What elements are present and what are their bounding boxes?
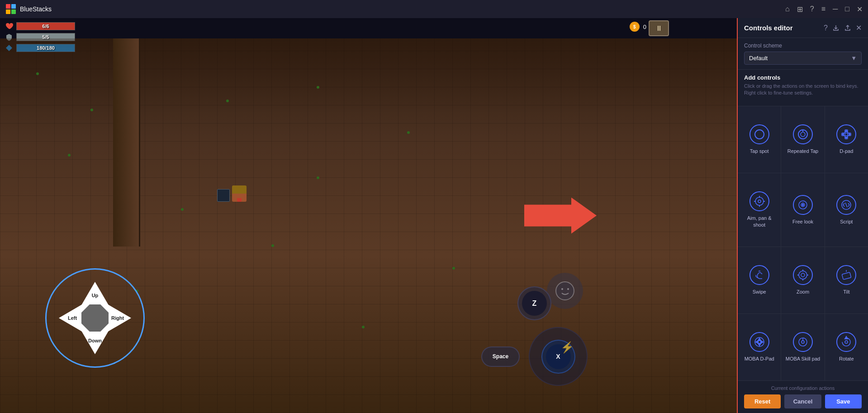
title-bar-controls: ⌂ ⊞ ? ≡ ─ □ ✕ <box>785 5 863 14</box>
tap-spot-label: Tap spot <box>750 148 769 154</box>
dpad-control-label: D-pad <box>840 148 853 154</box>
current-config-label: Current configuration actions <box>744 385 862 391</box>
add-controls-description: Click or drag the actions on the screen … <box>744 83 862 97</box>
grass-decoration <box>36 72 39 75</box>
lightning-icon: ⚡ <box>560 341 574 354</box>
dpad-outer-circle: Up Down Left Right <box>45 268 145 368</box>
cancel-button[interactable]: Cancel <box>784 394 821 408</box>
repeated-tap-label: Repeated Tap <box>787 148 818 154</box>
script-icon <box>836 195 856 215</box>
svg-line-28 <box>845 203 847 207</box>
home-icon[interactable]: ⌂ <box>785 5 790 13</box>
moba-dpad-label: MOBA D-Pad <box>745 356 774 362</box>
svg-point-30 <box>801 273 805 277</box>
z-action-button[interactable]: Z <box>517 286 551 320</box>
aim-pan-shoot-label: Aim, pan & shoot <box>741 215 777 228</box>
title-bar: BlueStacks ⌂ ⊞ ? ≡ ─ □ ✕ <box>0 0 868 18</box>
svg-rect-3 <box>11 9 16 14</box>
dpad-left-label: Left <box>68 315 77 321</box>
svg-marker-16 <box>842 133 844 135</box>
control-item-repeated-tap[interactable]: Repeated Tap <box>781 106 824 173</box>
rotate-icon <box>836 332 856 352</box>
svg-marker-46 <box>845 337 848 339</box>
panel-help-icon[interactable]: ? <box>824 24 828 32</box>
svg-rect-2 <box>6 9 10 14</box>
character-group <box>217 185 247 202</box>
control-item-script[interactable]: Script <box>825 173 868 247</box>
z-button-row: Z <box>517 286 551 320</box>
dpad-cross[interactable]: Up Down Left Right <box>59 282 131 354</box>
maximize-icon[interactable]: □ <box>845 5 849 13</box>
pause-icon: ⏸ <box>655 24 663 33</box>
grass-decoration <box>90 109 93 111</box>
app-title: BlueStacks <box>20 5 785 13</box>
grid-icon[interactable]: ⊞ <box>797 5 803 14</box>
red-arrow <box>524 198 597 234</box>
hp-value: 6/6 <box>42 24 49 29</box>
svg-marker-14 <box>845 130 847 132</box>
tilt-icon <box>836 265 856 285</box>
menu-icon[interactable]: ≡ <box>821 5 825 13</box>
space-label: Space <box>493 353 508 360</box>
panel-footer: Current configuration actions Reset Canc… <box>738 380 868 413</box>
rotate-label: Rotate <box>839 356 854 362</box>
svg-point-44 <box>802 341 804 343</box>
help-icon[interactable]: ? <box>810 5 814 13</box>
panel-export-icon[interactable] <box>844 24 851 32</box>
svg-rect-1 <box>11 4 16 9</box>
svg-point-10 <box>801 132 805 137</box>
heart-icon <box>5 22 14 31</box>
svg-point-29 <box>799 271 807 279</box>
game-area: 6/6 5/5 180/180 <box>0 18 737 413</box>
wall-structure <box>113 38 140 247</box>
control-item-swipe[interactable]: Swipe <box>738 247 781 313</box>
svg-rect-35 <box>842 272 851 280</box>
dpad-control-icon <box>836 124 856 144</box>
scheme-value: Default <box>749 55 768 62</box>
reset-button[interactable]: Reset <box>744 394 781 408</box>
control-item-rotate[interactable]: Rotate <box>825 314 868 380</box>
grass-decoration <box>181 208 184 211</box>
tap-spot-icon <box>749 124 769 144</box>
panel-close-icon[interactable]: ✕ <box>856 24 862 32</box>
add-controls-title: Add controls <box>744 74 862 81</box>
dpad-up-label: Up <box>92 293 99 298</box>
hp-row: 6/6 <box>5 22 75 31</box>
swipe-icon <box>749 265 769 285</box>
scheme-label: Control scheme <box>744 43 862 49</box>
dpad-container: Up Down Left Right <box>45 268 145 368</box>
hp-bar: 6/6 <box>16 22 75 30</box>
svg-rect-0 <box>6 4 10 9</box>
control-item-moba-skill-pad[interactable]: MOBA Skill pad <box>781 314 824 380</box>
control-item-moba-dpad[interactable]: MOBA D-Pad <box>738 314 781 380</box>
panel-import-icon[interactable] <box>832 24 840 32</box>
svg-marker-15 <box>845 137 847 138</box>
panel-title: Controls editor <box>744 24 793 32</box>
space-action-button[interactable]: Space <box>481 347 520 367</box>
panel-header-icons: ? ✕ <box>824 24 862 32</box>
pause-button[interactable]: ⏸ <box>649 20 669 36</box>
control-item-aim-pan-shoot[interactable]: Aim, pan & shoot <box>738 173 781 247</box>
moba-dpad-icon <box>749 332 769 352</box>
control-item-tilt[interactable]: Tilt <box>825 247 868 313</box>
minimize-icon[interactable]: ─ <box>833 5 838 13</box>
scheme-select[interactable]: Default ▼ <box>744 52 862 65</box>
mp-value: 5/5 <box>42 34 49 40</box>
action-buttons-row: Space X ⚡ <box>481 327 588 386</box>
bluestacks-logo-icon <box>5 4 16 14</box>
controls-grid: Tap spot Repeated Tap <box>738 106 868 380</box>
cat-sprite <box>217 189 230 202</box>
control-item-free-look[interactable]: Free look <box>781 173 824 247</box>
panel-header: Controls editor ? ✕ <box>738 18 868 38</box>
grass-decoration <box>407 131 410 134</box>
dpad-center <box>81 304 109 332</box>
control-item-tap-spot[interactable]: Tap spot <box>738 106 781 173</box>
coin-hud: $ 0 <box>630 22 646 32</box>
joystick-area[interactable]: X ⚡ <box>529 327 588 386</box>
zoom-icon <box>793 265 813 285</box>
grass-decoration <box>271 244 274 247</box>
close-icon[interactable]: ✕ <box>857 5 863 14</box>
control-item-zoom[interactable]: Zoom <box>781 247 824 313</box>
control-item-dpad[interactable]: D-pad <box>825 106 868 173</box>
save-button[interactable]: Save <box>825 394 862 408</box>
